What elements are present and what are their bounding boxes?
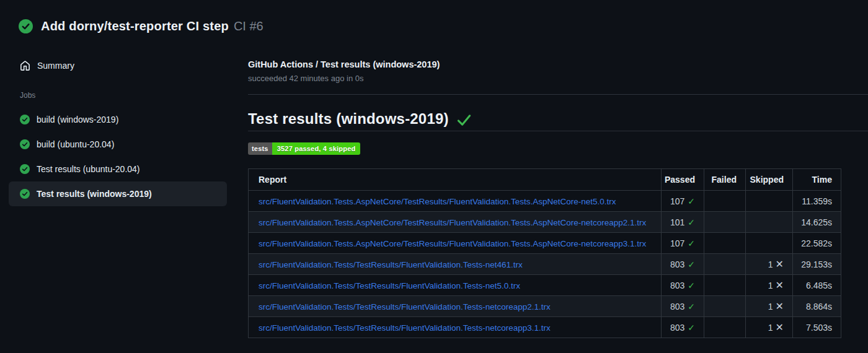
check-run-status-text: succeeded 42 minutes ago in 0s bbox=[248, 74, 868, 83]
table-row: src/FluentValidation.Tests/TestResults/F… bbox=[249, 296, 841, 317]
divider bbox=[248, 131, 868, 131]
table-row: src/FluentValidation.Tests/TestResults/F… bbox=[249, 275, 841, 296]
sidebar-item-job-test-results-ubuntu[interactable]: Test results (ubuntu-20.04) bbox=[9, 157, 227, 181]
passed-cell: 107✓ bbox=[662, 233, 704, 254]
home-icon bbox=[20, 61, 30, 71]
sidebar-item-job-build-windows[interactable]: build (windows-2019) bbox=[9, 107, 227, 132]
job-label: Test results (windows-2019) bbox=[37, 189, 152, 199]
skipped-cell bbox=[746, 191, 793, 212]
run-number: CI #6 bbox=[234, 19, 264, 33]
failed-cell bbox=[704, 233, 746, 254]
skipped-cell bbox=[746, 212, 793, 233]
column-header-report: Report bbox=[249, 169, 662, 191]
test-results-table: Report Passed Failed Skipped Time src/Fl… bbox=[248, 168, 841, 338]
skipped-cell: 1✕ bbox=[746, 317, 793, 338]
job-label: build (ubuntu-20.04) bbox=[37, 139, 114, 149]
table-row: src/FluentValidation.Tests.AspNetCore/Te… bbox=[249, 233, 841, 254]
column-header-skipped: Skipped bbox=[746, 169, 793, 191]
column-header-time: Time bbox=[793, 169, 841, 191]
skipped-cell: 1✕ bbox=[746, 275, 793, 296]
time-cell: 29.153s bbox=[793, 254, 841, 275]
badge-value: 3527 passed, 4 skipped bbox=[272, 142, 361, 155]
tests-status-badge: tests 3527 passed, 4 skipped bbox=[248, 142, 360, 155]
time-cell: 8.864s bbox=[793, 296, 841, 317]
table-row: src/FluentValidation.Tests/TestResults/F… bbox=[249, 317, 841, 338]
check-icon: ✓ bbox=[688, 259, 695, 269]
skipped-cell bbox=[746, 233, 793, 254]
success-check-circle-icon bbox=[20, 189, 30, 199]
sidebar: Summary Jobs build (windows-2019) build … bbox=[0, 54, 236, 206]
report-link[interactable]: src/FluentValidation.Tests/TestResults/F… bbox=[259, 260, 523, 269]
x-icon: ✕ bbox=[776, 259, 784, 269]
x-icon: ✕ bbox=[776, 280, 784, 290]
time-cell: 6.485s bbox=[793, 275, 841, 296]
report-link[interactable]: src/FluentValidation.Tests/TestResults/F… bbox=[259, 281, 520, 290]
check-icon: ✓ bbox=[688, 302, 695, 312]
skipped-cell: 1✕ bbox=[746, 296, 793, 317]
time-cell: 14.625s bbox=[793, 212, 841, 233]
failed-cell bbox=[704, 191, 746, 212]
failed-cell bbox=[704, 275, 746, 296]
table-row: src/FluentValidation.Tests/TestResults/F… bbox=[249, 254, 841, 275]
x-icon: ✕ bbox=[776, 301, 784, 312]
success-check-circle-icon bbox=[19, 19, 33, 33]
time-cell: 7.503s bbox=[793, 317, 841, 338]
passed-cell: 101✓ bbox=[662, 212, 704, 233]
jobs-section-heading: Jobs bbox=[0, 91, 236, 101]
sidebar-item-job-test-results-windows[interactable]: Test results (windows-2019) bbox=[9, 181, 227, 206]
report-link[interactable]: src/FluentValidation.Tests.AspNetCore/Te… bbox=[259, 197, 616, 206]
table-header-row: Report Passed Failed Skipped Time bbox=[249, 169, 841, 191]
report-link[interactable]: src/FluentValidation.Tests/TestResults/F… bbox=[259, 302, 551, 312]
success-check-circle-icon bbox=[20, 139, 30, 149]
jobs-list: build (windows-2019) build (ubuntu-20.04… bbox=[0, 107, 236, 206]
badge-label: tests bbox=[248, 142, 272, 155]
check-run-title: GitHub Actions / Test results (windows-2… bbox=[248, 59, 868, 69]
job-label: Test results (ubuntu-20.04) bbox=[37, 164, 140, 174]
time-cell: 22.582s bbox=[793, 233, 841, 254]
passed-cell: 803✓ bbox=[662, 317, 704, 338]
sidebar-item-summary[interactable]: Summary bbox=[0, 54, 236, 77]
column-header-failed: Failed bbox=[704, 169, 746, 191]
check-icon: ✓ bbox=[688, 238, 695, 248]
run-header: Add dorny/test-reporter CI step CI #6 bbox=[19, 19, 264, 33]
run-title: Add dorny/test-reporter CI step bbox=[41, 19, 229, 33]
sidebar-item-job-build-ubuntu[interactable]: build (ubuntu-20.04) bbox=[9, 132, 227, 157]
x-icon: ✕ bbox=[776, 322, 784, 333]
failed-cell bbox=[704, 296, 746, 317]
check-icon: ✓ bbox=[688, 217, 695, 227]
failed-cell bbox=[704, 254, 746, 275]
report-link[interactable]: src/FluentValidation.Tests.AspNetCore/Te… bbox=[259, 239, 646, 248]
section-title: Test results (windows-2019) bbox=[248, 110, 449, 128]
time-cell: 11.359s bbox=[793, 191, 841, 212]
table-row: src/FluentValidation.Tests.AspNetCore/Te… bbox=[249, 212, 841, 233]
passed-cell: 803✓ bbox=[662, 296, 704, 317]
check-icon: ✓ bbox=[688, 196, 695, 206]
table-row: src/FluentValidation.Tests.AspNetCore/Te… bbox=[249, 191, 841, 212]
success-check-circle-icon bbox=[20, 164, 30, 174]
check-icon bbox=[456, 112, 472, 128]
passed-cell: 803✓ bbox=[662, 254, 704, 275]
check-icon: ✓ bbox=[688, 281, 695, 290]
skipped-cell: 1✕ bbox=[746, 254, 793, 275]
success-check-circle-icon bbox=[20, 115, 30, 124]
passed-cell: 803✓ bbox=[662, 275, 704, 296]
main-content: GitHub Actions / Test results (windows-2… bbox=[248, 59, 868, 338]
failed-cell bbox=[704, 212, 746, 233]
job-label: build (windows-2019) bbox=[37, 115, 118, 124]
column-header-passed: Passed bbox=[662, 169, 704, 191]
report-link[interactable]: src/FluentValidation.Tests.AspNetCore/Te… bbox=[259, 218, 646, 227]
report-link[interactable]: src/FluentValidation.Tests/TestResults/F… bbox=[259, 323, 551, 333]
passed-cell: 107✓ bbox=[662, 191, 704, 212]
sidebar-summary-label: Summary bbox=[37, 61, 74, 71]
workflow-run-page: Add dorny/test-reporter CI step CI #6 Su… bbox=[0, 0, 868, 353]
failed-cell bbox=[704, 317, 746, 338]
divider bbox=[248, 94, 868, 95]
check-icon: ✓ bbox=[688, 323, 695, 333]
section-heading: Test results (windows-2019) bbox=[248, 109, 868, 129]
